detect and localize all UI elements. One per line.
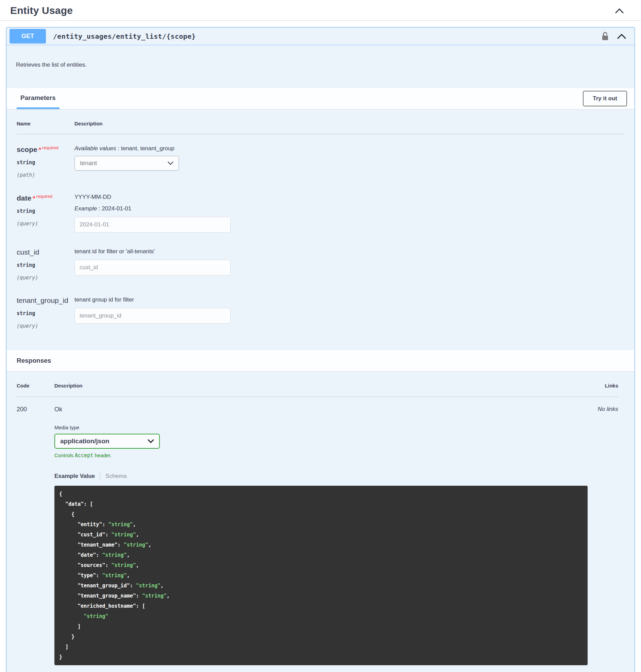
authorization-button[interactable] — [602, 32, 609, 41]
parameter-name-cell: tenant_group_id string (query) — [17, 296, 74, 329]
swagger-page: Entity Usage GET /entity_usages/entity_l… — [0, 0, 641, 672]
code-line: { — [59, 489, 581, 499]
parameters-tab-header: Parameters — [17, 88, 59, 109]
tenant-group-id-input[interactable] — [74, 308, 231, 324]
try-it-out-button[interactable]: Try it out — [583, 91, 627, 107]
column-header-links: Links — [588, 383, 618, 389]
code-line: "date": "string", — [59, 550, 581, 560]
parameter-row-date: date*required string (query) YYYY-MM-DD … — [17, 194, 624, 233]
response-description-cell: Ok Media type application/json Controls … — [54, 406, 588, 665]
required-asterisk: * — [39, 146, 41, 153]
chevron-down-icon — [148, 439, 154, 443]
parameter-description-cell: Available values : tenant, tenant_group … — [74, 145, 624, 178]
responses-table: Code Description Links 200 Ok Media type… — [6, 371, 635, 672]
code-line: "sources": "string", — [59, 560, 581, 570]
parameter-description-cell: tenant group id for filter — [74, 296, 624, 329]
parameter-name: cust_id — [17, 248, 74, 256]
parameter-type: string — [17, 159, 74, 166]
parameter-name: scope — [17, 145, 37, 153]
controls-accept-message: Controls Accept header. — [54, 452, 588, 459]
chevron-down-icon — [168, 162, 174, 165]
column-header-description: Description — [74, 121, 624, 126]
tab-parameters[interactable]: Parameters — [17, 88, 59, 109]
responses-section-header: Responses — [6, 350, 635, 371]
code-line: "tenant_group_id": "string", — [59, 580, 581, 591]
parameters-table-head: Name Description — [17, 121, 624, 134]
parameter-row-tenant-group-id: tenant_group_id string (query) tenant gr… — [17, 296, 624, 329]
response-code: 200 — [17, 406, 54, 665]
model-example-tabs: Example Value Schema — [54, 472, 588, 480]
media-type-select[interactable]: application/json — [54, 434, 160, 449]
response-row-200: 200 Ok Media type application/json Contr… — [17, 397, 618, 665]
parameter-name: date — [17, 194, 31, 202]
media-type-value: application/json — [60, 437, 109, 445]
column-header-description: Description — [54, 383, 588, 389]
parameter-location: (query) — [17, 323, 74, 329]
code-line: "tenant_name": "string", — [59, 540, 581, 550]
cust-id-input[interactable] — [74, 260, 231, 275]
parameter-name-cell: date*required string (query) — [17, 194, 74, 233]
parameter-type: string — [17, 208, 74, 214]
tab-example-value[interactable]: Example Value — [54, 473, 95, 480]
operation-description: Retrieves the list of entities. — [6, 45, 635, 88]
date-input[interactable] — [74, 217, 231, 233]
tab-divider — [100, 472, 100, 480]
opblock-collapse-button[interactable] — [617, 33, 626, 39]
parameter-row-scope: scope*required string (path) Available v… — [17, 145, 624, 178]
parameter-location: (query) — [17, 221, 74, 227]
code-line: ] — [59, 642, 581, 652]
responses-table-head: Code Description Links — [17, 383, 618, 397]
required-label: required — [42, 145, 58, 150]
required-label: required — [36, 194, 53, 199]
media-type-label: Media type — [54, 424, 588, 430]
example-json-code-block: { "data": [ { "entity": "string", "cust_… — [54, 486, 588, 665]
parameter-description-cell: YYYY-MM-DD Example : 2024-01-01 — [74, 194, 624, 233]
available-values-list: : tenant, tenant_group — [116, 145, 175, 152]
code-line: ] — [59, 621, 581, 632]
parameter-name: tenant_group_id — [17, 296, 74, 305]
code-line: } — [59, 652, 581, 662]
tab-schema[interactable]: Schema — [106, 473, 126, 480]
code-line: "string" — [59, 611, 581, 621]
example-label: Example — [74, 205, 97, 212]
date-format-hint: YYYY-MM-DD — [74, 194, 624, 200]
column-header-name: Name — [17, 121, 74, 126]
chevron-up-icon — [615, 8, 624, 14]
parameter-type: string — [17, 262, 74, 268]
opblock-get: GET /entity_usages/entity_list/{scope} — [6, 27, 635, 672]
responses-title: Responses — [17, 357, 51, 364]
parameter-row-cust-id: cust_id string (query) tenant id for fil… — [17, 248, 624, 281]
parameter-name-cell: cust_id string (query) — [17, 248, 74, 281]
page-title: Entity Usage — [10, 5, 73, 16]
response-links: No links — [588, 406, 618, 665]
parameter-location: (path) — [17, 172, 74, 178]
http-method-badge: GET — [10, 29, 46, 43]
section-collapse-button[interactable] — [615, 8, 624, 14]
section-divider — [0, 20, 641, 21]
parameter-location: (query) — [17, 275, 74, 281]
tag-section-header: Entity Usage — [0, 0, 641, 20]
code-line: "data": [ — [59, 499, 581, 509]
code-line: "enriched_hostname": [ — [59, 601, 581, 611]
code-line: } — [59, 632, 581, 642]
unlock-icon — [602, 32, 609, 41]
response-description: Ok — [54, 406, 588, 413]
parameter-type: string — [17, 310, 74, 317]
opblock-summary[interactable]: GET /entity_usages/entity_list/{scope} — [6, 28, 635, 45]
chevron-up-icon — [617, 33, 626, 39]
code-line: "type": "string", — [59, 570, 581, 580]
parameter-description-cell: tenant id for filter or 'all-tenants' — [74, 248, 624, 281]
column-header-code: Code — [17, 383, 54, 389]
scope-select[interactable]: tenant — [74, 156, 179, 171]
parameter-description: tenant id for filter or 'all-tenants' — [74, 248, 624, 255]
required-asterisk: * — [33, 195, 35, 202]
code-line: { — [59, 509, 581, 519]
code-line: "entity": "string", — [59, 519, 581, 530]
endpoint-path: /entity_usages/entity_list/{scope} — [53, 32, 196, 40]
code-line: "cust_id": "string", — [59, 530, 581, 540]
example-value: : 2024-01-01 — [97, 205, 131, 212]
code-line: "tenant_group_name": "string", — [59, 591, 581, 601]
parameter-description: tenant group id for filter — [74, 296, 624, 303]
parameters-table: Name Description scope*required string (… — [6, 109, 635, 350]
scope-select-value: tenant — [80, 160, 97, 167]
